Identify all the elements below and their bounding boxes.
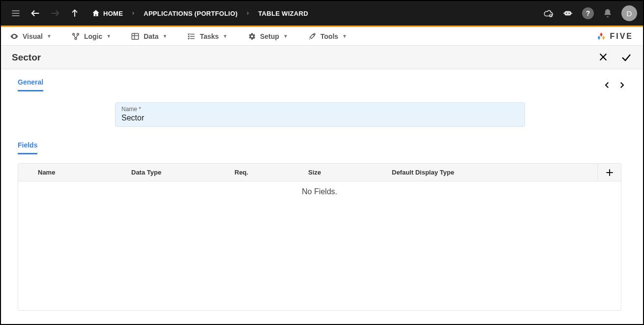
general-form: Name * Sector	[18, 102, 643, 127]
user-avatar[interactable]: D	[621, 5, 637, 21]
home-icon	[91, 9, 100, 18]
breadcrumb-tablewizard[interactable]: TABLE WIZARD	[254, 7, 312, 20]
menu-visual[interactable]: Visual ▼	[10, 32, 52, 41]
svg-point-9	[569, 13, 570, 14]
col-header-req: Req.	[234, 169, 308, 176]
tab-prev-button[interactable]	[603, 81, 612, 89]
chevron-right-icon	[617, 81, 626, 89]
five-logo-icon	[596, 31, 607, 42]
breadcrumb-separator	[242, 11, 253, 16]
tab-next-button[interactable]	[617, 81, 626, 89]
chevron-down-icon: ▼	[106, 33, 111, 39]
table-icon	[131, 32, 140, 41]
tab-fields[interactable]: Fields	[18, 141, 37, 154]
menu-visual-label: Visual	[23, 32, 43, 40]
fields-table-header: Name Data Type Req. Size Default Display…	[18, 164, 621, 181]
breadcrumb-home-label: HOME	[103, 10, 123, 17]
confirm-button[interactable]	[620, 52, 632, 63]
svg-rect-7	[564, 11, 572, 15]
menu-tools[interactable]: Tools ▼	[308, 32, 347, 41]
svg-point-22	[314, 33, 315, 35]
breadcrumb-apps-label: APPLICATIONS (PORTFOLIO)	[144, 10, 237, 17]
menu-setup[interactable]: Setup ▼	[247, 32, 288, 41]
hamburger-menu-icon[interactable]	[7, 4, 25, 22]
chevron-down-icon: ▼	[342, 33, 347, 39]
menu-logic-label: Logic	[84, 32, 102, 40]
top-bar: HOME APPLICATIONS (PORTFOLIO) TABLE WIZA…	[1, 1, 643, 26]
check-icon	[620, 52, 632, 63]
svg-point-12	[14, 35, 15, 37]
breadcrumb-home[interactable]: HOME	[88, 6, 127, 21]
chevron-down-icon: ▼	[223, 33, 228, 39]
menu-tools-label: Tools	[321, 32, 338, 40]
svg-point-8	[566, 13, 567, 14]
fields-empty-message: No Fields.	[18, 181, 621, 196]
brand-logo: FIVE	[596, 31, 633, 42]
menu-data[interactable]: Data ▼	[131, 32, 167, 41]
svg-rect-16	[132, 33, 139, 39]
col-header-datatype: Data Type	[131, 169, 234, 176]
tools-icon	[308, 32, 317, 41]
avatar-initial: D	[627, 9, 632, 18]
menu-logic[interactable]: Logic ▼	[71, 32, 111, 41]
chevron-down-icon: ▼	[47, 33, 52, 39]
nav-forward-icon	[46, 4, 64, 22]
name-field-value: Sector	[121, 114, 519, 122]
close-button[interactable]	[598, 52, 609, 63]
tab-general-label: General	[18, 78, 43, 86]
tab-fields-label: Fields	[18, 141, 37, 149]
eye-icon	[10, 32, 19, 41]
tasks-icon	[187, 32, 196, 41]
chevron-left-icon	[603, 81, 612, 89]
menu-tasks-label: Tasks	[200, 32, 219, 40]
notifications-icon[interactable]	[603, 8, 613, 18]
page-title: Sector	[12, 52, 41, 63]
fields-table: Name Data Type Req. Size Default Display…	[18, 163, 621, 311]
menu-tasks[interactable]: Tasks ▼	[187, 32, 228, 41]
help-icon[interactable]: ?	[582, 7, 594, 19]
breadcrumb-separator	[128, 11, 139, 16]
cloud-icon[interactable]	[543, 8, 554, 19]
breadcrumb: HOME APPLICATIONS (PORTFOLIO) TABLE WIZA…	[88, 6, 312, 21]
logic-icon	[71, 32, 80, 41]
breadcrumb-wizard-label: TABLE WIZARD	[258, 10, 308, 17]
col-header-size: Size	[308, 169, 392, 176]
nav-back-icon[interactable]	[27, 4, 44, 22]
name-field[interactable]: Name * Sector	[115, 102, 525, 127]
menu-bar: Visual ▼ Logic ▼ Data ▼ Tasks ▼ Setup ▼ …	[1, 27, 643, 46]
menu-setup-label: Setup	[260, 32, 279, 40]
nav-up-icon[interactable]	[66, 4, 84, 22]
add-field-button[interactable]	[597, 164, 621, 181]
gear-icon	[247, 32, 256, 41]
brand-text: FIVE	[610, 32, 633, 41]
content-area: General Name * Sector Fields Name Data T…	[1, 69, 643, 324]
chevron-down-icon: ▼	[283, 33, 288, 39]
chat-bot-icon[interactable]	[562, 8, 573, 19]
close-icon	[598, 52, 609, 62]
page-title-bar: Sector	[1, 46, 643, 69]
breadcrumb-applications[interactable]: APPLICATIONS (PORTFOLIO)	[140, 7, 241, 20]
menu-data-label: Data	[144, 32, 158, 40]
plus-icon	[605, 168, 615, 177]
chevron-down-icon: ▼	[163, 33, 168, 39]
col-header-display: Default Display Type	[392, 169, 597, 176]
tab-general[interactable]: General	[18, 78, 43, 91]
col-header-name: Name	[38, 169, 131, 176]
name-field-label: Name *	[121, 106, 519, 113]
